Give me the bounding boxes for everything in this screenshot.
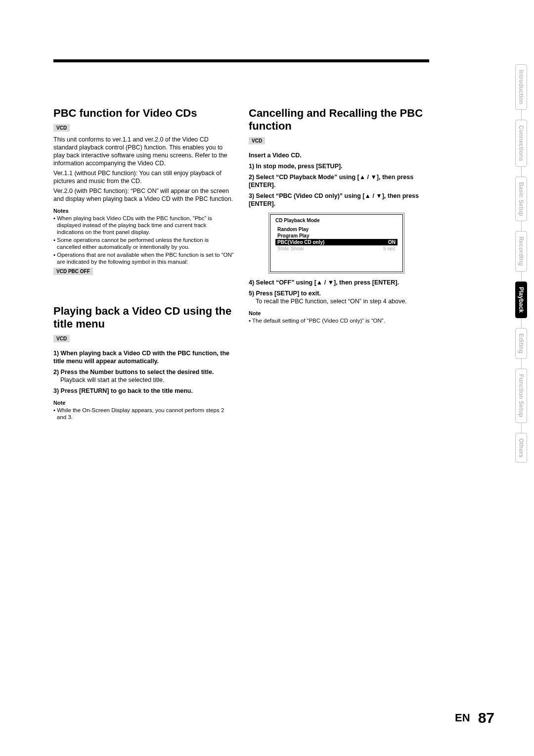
osd-label: Random Play — [277, 227, 309, 232]
tab-function-setup[interactable]: Function Setup — [515, 369, 527, 423]
down-arrow-icon: ▼ — [328, 279, 334, 286]
vcd-badge: VCD — [249, 137, 265, 144]
step-text: 3) Select “PBC (Video CD only)” using [ — [249, 192, 365, 199]
tab-introduction[interactable]: Introduction — [515, 64, 527, 110]
up-arrow-icon: ▲ — [316, 279, 322, 286]
osd-value: ON — [388, 239, 396, 245]
osd-value: 5 sec — [383, 246, 396, 251]
vcd-pbc-off-badge: VCD PBC OFF — [53, 268, 93, 275]
note-heading: Note — [249, 310, 429, 316]
note-item: • Operations that are not available when… — [53, 251, 234, 265]
note-item: • When playing back Video CDs with the P… — [53, 215, 234, 236]
osd-title: CD Playback Mode — [275, 218, 398, 223]
right-column: Cancelling and Recalling the PBC functio… — [249, 107, 429, 422]
page-lang: EN — [455, 711, 470, 724]
osd-row: Random Play — [275, 226, 398, 233]
tab-connections[interactable]: Connections — [515, 120, 527, 167]
tab-others[interactable]: Others — [515, 433, 527, 463]
note-heading: Note — [53, 400, 234, 406]
osd-label: PBC(Video CD only) — [277, 239, 324, 245]
note-item: • While the On-Screen Display appears, y… — [53, 407, 234, 421]
down-arrow-icon: ▼ — [376, 192, 382, 199]
paragraph: This unit conforms to ver.1.1 and ver.2.… — [53, 136, 234, 167]
side-tabs: Introduction Connections Basic Setup Rec… — [515, 64, 527, 463]
top-rule — [53, 59, 429, 62]
osd-screenshot: CD Playback Mode Random Play Program Pla… — [268, 213, 404, 274]
step: 3) Select “PBC (Video CD only)” using [▲… — [249, 192, 429, 208]
down-arrow-icon: ▼ — [370, 174, 376, 181]
osd-row-dim: Slide Show 5 sec — [275, 245, 398, 252]
vcd-badge: VCD — [53, 335, 70, 342]
page-content: PBC function for Video CDs VCD This unit… — [53, 59, 484, 422]
step: 3) Press [RETURN] to go back to the titl… — [53, 387, 234, 395]
separator: / — [322, 279, 327, 286]
notes-heading: Notes — [53, 208, 234, 214]
step-text: 2) Select “CD Playback Mode” using [ — [249, 174, 359, 181]
step: 5) Press [SETUP] to exit. — [249, 289, 429, 297]
paragraph: Ver.2.0 (with PBC function): “PBC ON” wi… — [53, 187, 234, 203]
up-arrow-icon: ▲ — [359, 174, 365, 181]
up-arrow-icon: ▲ — [365, 192, 371, 199]
tab-basic-setup[interactable]: Basic Setup — [515, 177, 527, 222]
step: 1) In stop mode, press [SETUP]. — [249, 162, 429, 170]
step-text: 4) Select “OFF” using [ — [249, 279, 316, 286]
osd-row-highlighted: PBC(Video CD only) ON — [275, 239, 398, 245]
tab-editing[interactable]: Editing — [515, 328, 527, 359]
osd-label: Slide Show — [277, 246, 304, 251]
left-column: PBC function for Video CDs VCD This unit… — [53, 107, 234, 422]
separator: / — [371, 192, 376, 199]
heading-cancelling-recalling: Cancelling and Recalling the PBC functio… — [249, 107, 429, 133]
heading-pbc-function: PBC function for Video CDs — [53, 107, 234, 120]
step: 2) Select “CD Playback Mode” using [▲ / … — [249, 173, 429, 189]
separator: / — [365, 174, 370, 181]
heading-playing-back: Playing back a Video CD using the title … — [53, 305, 234, 331]
step-text: ], then press [ENTER]. — [334, 279, 399, 286]
tab-playback[interactable]: Playback — [515, 282, 527, 318]
step-detail: To recall the PBC function, select “ON” … — [256, 297, 429, 305]
paragraph: Ver.1.1 (without PBC function): You can … — [53, 169, 234, 185]
two-column-layout: PBC function for Video CDs VCD This unit… — [53, 107, 484, 422]
step: Insert a Video CD. — [249, 151, 429, 159]
note-item: • The default setting of “PBC (Video CD … — [249, 317, 429, 324]
step-detail: Playback will start at the selected titl… — [60, 376, 234, 384]
osd-row: Program Play — [275, 233, 398, 239]
step: 4) Select “OFF” using [▲ / ▼], then pres… — [249, 279, 429, 286]
page-num-value: 87 — [478, 709, 494, 726]
osd-label: Program Play — [277, 233, 309, 238]
step: 2) Press the Number buttons to select th… — [53, 368, 234, 376]
vcd-badge: VCD — [53, 124, 70, 132]
tab-recording[interactable]: Recording — [515, 231, 527, 271]
page-number: EN87 — [455, 709, 494, 726]
step: 1) When playing back a Video CD with the… — [53, 349, 234, 365]
note-item: • Some operations cannot be performed un… — [53, 236, 234, 250]
